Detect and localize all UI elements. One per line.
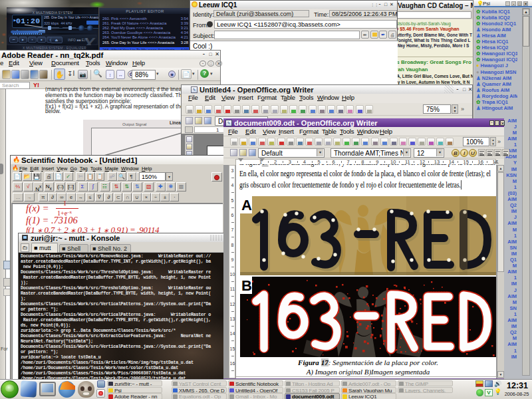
svg-text:A: A (241, 197, 252, 213)
svg-text:B: B (241, 277, 252, 294)
